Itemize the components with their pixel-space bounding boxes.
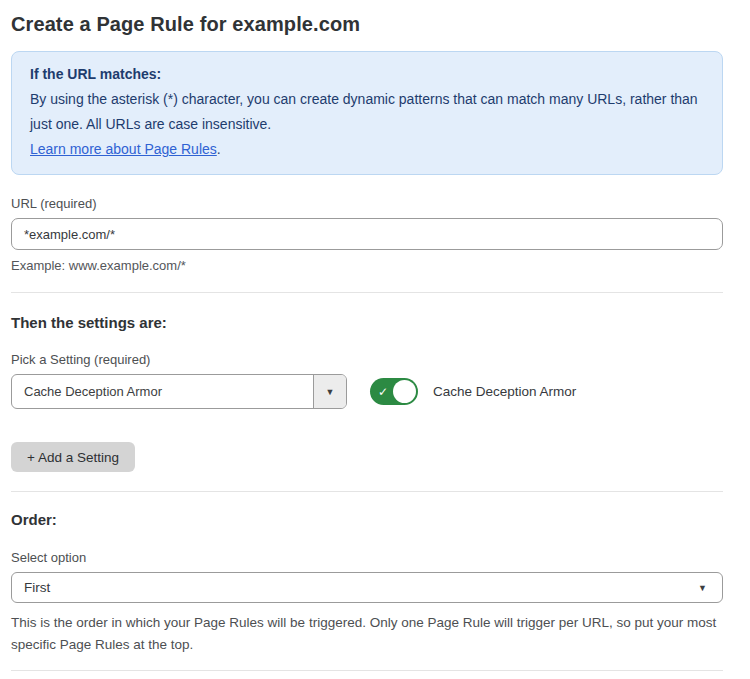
pick-setting-label: Pick a Setting (required) [11,352,723,367]
order-helper-text: This is the order in which your Page Rul… [11,612,723,656]
order-select[interactable]: First ▼ [11,572,723,603]
order-select-label: Select option [11,550,723,565]
setting-row: Cache Deception Armor ▼ ✓ Cache Deceptio… [11,374,723,409]
setting-select-arrow-button[interactable]: ▼ [313,375,346,408]
url-match-info-box: If the URL matches: By using the asteris… [11,51,723,175]
url-input[interactable] [11,218,723,250]
page-rule-form: Create a Page Rule for example.com If th… [0,0,750,679]
url-field-label: URL (required) [11,196,723,211]
order-select-value: First [24,580,698,595]
link-suffix: . [217,141,221,157]
chevron-down-icon: ▼ [326,387,335,397]
info-box-body: By using the asterisk (*) character, you… [30,87,704,137]
info-box-heading: If the URL matches: [30,62,704,87]
setting-select[interactable]: Cache Deception Armor ▼ [11,374,347,409]
learn-more-link[interactable]: Learn more about Page Rules [30,141,217,157]
setting-toggle-group: ✓ Cache Deception Armor [370,378,576,405]
page-title: Create a Page Rule for example.com [11,13,723,36]
url-example-helper: Example: www.example.com/* [11,258,723,273]
divider [11,491,723,492]
order-section-heading: Order: [11,511,723,528]
divider [11,292,723,293]
toggle-knob [393,380,416,403]
setting-select-value: Cache Deception Armor [12,375,313,408]
chevron-down-icon: ▼ [698,583,707,593]
settings-section-heading: Then the settings are: [11,314,723,331]
info-link-line: Learn more about Page Rules. [30,137,704,162]
setting-toggle[interactable]: ✓ [370,378,418,405]
divider [11,670,723,671]
add-setting-button[interactable]: + Add a Setting [11,442,135,472]
check-icon: ✓ [378,386,388,398]
toggle-label: Cache Deception Armor [433,384,576,399]
